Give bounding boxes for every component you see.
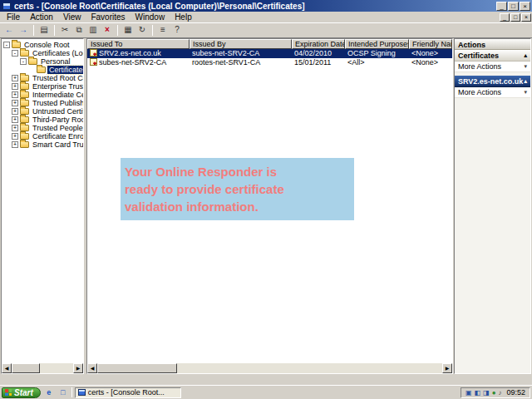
menu-view[interactable]: View xyxy=(58,12,86,22)
system-tray: ▣ ◧ ◨ ● ♪ 09:52 xyxy=(461,387,530,398)
expander-icon[interactable]: + xyxy=(12,125,18,131)
scroll-left-icon[interactable]: ◀ xyxy=(2,363,12,373)
tree-item-third-party-root[interactable]: + Third-Party Root C xyxy=(2,116,83,124)
volume-icon[interactable]: ♪ xyxy=(498,387,501,398)
tree-item-enterprise-trust[interactable]: + Enterprise Trust xyxy=(2,82,83,91)
expander-icon[interactable]: + xyxy=(12,91,18,98)
child-minimize-button[interactable]: _ xyxy=(500,13,510,22)
more-actions-item[interactable]: More Actions ▾ xyxy=(455,87,530,98)
toolbar-separator xyxy=(54,25,55,36)
tree-item-untrusted-certificates[interactable]: + Untrusted Certifica xyxy=(2,107,83,116)
scrollbar-track[interactable] xyxy=(97,363,442,373)
tree-item-trusted-root[interactable]: + Trusted Root Certi xyxy=(2,74,83,82)
menu-window[interactable]: Window xyxy=(131,12,170,22)
list-horizontal-scrollbar[interactable]: ◀ ▶ xyxy=(87,363,452,373)
child-close-button[interactable]: × xyxy=(521,13,531,22)
tree-item-certificates-local-computer[interactable]: - Certificates (Local Com xyxy=(2,49,83,57)
menu-favorites[interactable]: Favorites xyxy=(86,12,130,22)
network-status-icon[interactable]: ◧ xyxy=(475,387,481,398)
minimize-button[interactable]: _ xyxy=(496,2,507,11)
expander-icon[interactable]: - xyxy=(12,50,18,57)
scroll-right-icon[interactable]: ▶ xyxy=(442,363,452,373)
properties-icon[interactable]: ▦ xyxy=(121,24,135,37)
menu-file[interactable]: File xyxy=(2,12,25,22)
forward-icon[interactable]: → xyxy=(17,24,30,37)
expander-icon[interactable]: + xyxy=(12,108,18,115)
certificate-row[interactable]: SRV2.es-net.co.uk subes-net-SRV2-CA 04/0… xyxy=(87,49,452,58)
export-list-icon[interactable]: ≡ xyxy=(156,24,170,37)
expander-icon[interactable]: + xyxy=(12,116,18,123)
internet-explorer-icon[interactable]: e xyxy=(43,387,55,398)
menu-action[interactable]: Action xyxy=(25,12,58,22)
actions-section-selected-certificate[interactable]: SRV2.es-net.co.uk ▴ xyxy=(455,76,530,87)
column-header-intended-purposes[interactable]: Intended Purposes xyxy=(345,39,409,49)
expander-icon[interactable]: + xyxy=(12,141,18,148)
expander-icon[interactable]: + xyxy=(12,83,18,90)
security-shield-icon[interactable]: ▣ xyxy=(466,387,472,398)
expander-icon[interactable]: + xyxy=(12,133,18,140)
certificate-row[interactable]: subes-net-SRV2-CA rootes-net-SRV1-CA 15/… xyxy=(87,58,452,67)
tree-item-personal[interactable]: - Personal xyxy=(2,57,83,66)
child-restore-button[interactable]: □ xyxy=(510,13,520,22)
column-header-friendly-name[interactable]: Friendly Name xyxy=(409,39,452,49)
scrollbar-track[interactable] xyxy=(12,363,73,373)
expander-icon[interactable]: + xyxy=(12,75,18,81)
tree-item-label: Certificates (Local Com xyxy=(31,49,83,57)
tree-horizontal-scrollbar[interactable]: ◀ ▶ xyxy=(2,363,83,373)
scrollbar-thumb[interactable] xyxy=(97,363,177,373)
collapse-icon[interactable]: ▴ xyxy=(524,52,527,59)
tree-item-smart-card-trusted[interactable]: + Smart Card Trusted xyxy=(2,140,83,149)
tree-item-label: Personal xyxy=(39,57,72,66)
tree-item-trusted-people[interactable]: + Trusted People xyxy=(2,124,83,132)
dropdown-icon[interactable]: ▾ xyxy=(524,89,527,96)
show-hide-tree-icon[interactable]: ▤ xyxy=(37,24,51,37)
column-header-issued-by[interactable]: Issued By xyxy=(190,39,292,49)
cut-icon[interactable]: ✂ xyxy=(58,24,71,37)
tree-item-trusted-publishers[interactable]: + Trusted Publishers xyxy=(2,99,83,107)
task-button-certs-console[interactable]: certs - [Console Root... xyxy=(75,387,181,398)
actions-section-certificates[interactable]: Certificates ▴ xyxy=(455,50,530,62)
maximize-button[interactable]: □ xyxy=(508,2,519,11)
paste-icon[interactable]: ▥ xyxy=(86,24,100,37)
tree-item-label: Enterprise Trust xyxy=(31,82,83,91)
scroll-left-icon[interactable]: ◀ xyxy=(87,363,97,373)
friendly-name-cell: <None> xyxy=(409,49,452,58)
refresh-icon[interactable]: ↻ xyxy=(135,24,149,37)
actions-pane: Actions Certificates ▴ More Actions ▾ SR… xyxy=(454,38,531,374)
issued-by-cell: rootes-net-SRV1-CA xyxy=(190,58,292,67)
tree-item-intermediate[interactable]: + Intermediate Certif xyxy=(2,91,83,99)
column-header-issued-to[interactable]: Issued To xyxy=(87,39,190,49)
tree-item-certificate-enrollment[interactable]: + Certificate Enrollm xyxy=(2,132,83,140)
dropdown-icon[interactable]: ▾ xyxy=(524,63,527,70)
folder-icon xyxy=(12,42,21,48)
expander-icon[interactable]: + xyxy=(12,100,18,106)
copy-icon[interactable]: ⧉ xyxy=(72,24,86,37)
display-settings-icon[interactable]: ◨ xyxy=(483,387,490,398)
tree-item-certificates[interactable]: Certificates xyxy=(2,66,83,74)
updates-icon[interactable]: ● xyxy=(492,387,496,398)
close-button[interactable]: × xyxy=(520,2,530,11)
scrollbar-thumb[interactable] xyxy=(12,363,40,373)
scroll-right-icon[interactable]: ▶ xyxy=(73,363,83,373)
show-desktop-icon[interactable]: □ xyxy=(57,387,69,398)
menu-help[interactable]: Help xyxy=(170,12,197,22)
collapse-icon[interactable]: ▴ xyxy=(524,78,527,85)
tree-item-console-root[interactable]: - Console Root xyxy=(2,41,83,49)
help-icon[interactable]: ? xyxy=(170,24,184,37)
issued-to-cell: SRV2.es-net.co.uk xyxy=(87,49,190,58)
list-header: Issued To Issued By Expiration Date Inte… xyxy=(87,39,452,49)
intended-purposes-cell: <All> xyxy=(345,58,409,67)
more-actions-item[interactable]: More Actions ▾ xyxy=(455,62,530,72)
column-header-expiration-date[interactable]: Expiration Date xyxy=(292,39,345,49)
expander-icon[interactable]: - xyxy=(20,58,27,65)
back-icon[interactable]: ← xyxy=(2,24,16,37)
menu-bar: File Action View Favorites Window Help _… xyxy=(0,12,532,22)
clock: 09:52 xyxy=(506,388,525,397)
more-actions-label: More Actions xyxy=(458,88,501,96)
expander-icon[interactable]: - xyxy=(3,42,10,48)
toolbar: ← → ▤ ✂ ⧉ ▥ × ▦ ↻ ≡ ? xyxy=(0,22,532,38)
delete-icon[interactable]: × xyxy=(101,24,114,37)
task-button-label: certs - [Console Root... xyxy=(88,388,165,397)
start-button[interactable]: Start xyxy=(2,387,41,398)
tree-item-label: Console Root xyxy=(22,41,71,49)
